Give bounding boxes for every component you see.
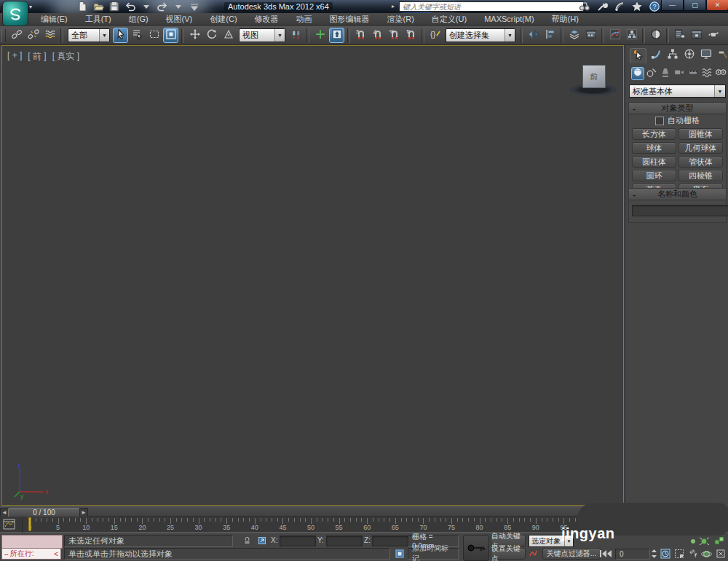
object-type-rollout-header[interactable]: - 对象类型 [629, 103, 726, 114]
render-setup-button[interactable] [672, 28, 687, 43]
app-menu-caret-icon[interactable]: ▾ [29, 4, 32, 10]
primitive-button-2-1[interactable]: 管状体 [678, 156, 723, 168]
unlink-selection-button[interactable] [25, 28, 41, 43]
coord-y-input[interactable] [326, 536, 363, 546]
wrench-icon[interactable] [596, 1, 608, 15]
maximize-viewport-toggle[interactable] [714, 548, 727, 560]
search-input[interactable] [399, 1, 584, 12]
viewport-menu-shading[interactable]: [ 真实 ] [52, 50, 79, 63]
zoom-button[interactable] [689, 536, 697, 547]
category-shapes[interactable] [645, 67, 658, 80]
star-icon[interactable] [631, 1, 643, 15]
go-to-start-button[interactable] [598, 548, 613, 560]
category-lights[interactable] [659, 67, 672, 80]
tab-display[interactable] [698, 48, 713, 63]
maximize-button[interactable]: ▢ [684, 0, 706, 11]
menu-item-6[interactable]: 动画 [288, 14, 321, 25]
save-file-icon[interactable] [108, 1, 121, 12]
add-time-tag[interactable]: 添加时间标记 [408, 548, 459, 560]
mini-curve-editor-icon[interactable] [3, 519, 15, 533]
dropdown-caret[interactable] [140, 1, 153, 12]
align-button[interactable] [542, 28, 558, 43]
coord-z-input[interactable] [372, 536, 408, 546]
coord-x-input[interactable] [280, 536, 316, 546]
autogrid-checkbox[interactable] [655, 117, 664, 125]
help-icon[interactable]: ? [649, 1, 660, 15]
minimize-button[interactable]: — [661, 0, 684, 11]
region-zoom-button[interactable] [673, 548, 685, 560]
tab-motion[interactable] [681, 48, 697, 63]
object-name-input[interactable] [632, 205, 728, 216]
selection-lock-toggle[interactable] [241, 535, 253, 546]
application-menu-button[interactable] [2, 1, 28, 26]
close-button[interactable]: ✕ [706, 0, 728, 11]
time-tag-toggle[interactable] [393, 548, 405, 560]
curve-editor-button[interactable] [607, 28, 622, 43]
select-and-manipulate-button[interactable] [312, 28, 328, 43]
track-bar-ruler[interactable]: 0510152025303540455055606570758085909510… [22, 517, 625, 533]
menu-item-1[interactable]: 工具(T) [76, 14, 120, 25]
viewport-front[interactable]: [ + ] [ 前 ] [ 真实 ] 前 z x y [1, 45, 624, 506]
primitive-button-2-0[interactable]: 圆柱体 [632, 156, 676, 168]
menu-item-0[interactable]: 编辑(E) [32, 14, 76, 25]
menu-item-10[interactable]: MAXScript(M) [475, 15, 542, 23]
current-frame-field[interactable]: 0 [615, 549, 650, 560]
menu-item-2[interactable]: 组(G) [120, 14, 157, 25]
menu-item-3[interactable]: 视图(V) [157, 14, 202, 25]
category-helpers[interactable] [687, 67, 700, 80]
bind-to-space-warp-button[interactable] [42, 28, 58, 43]
select-and-move-button[interactable] [187, 28, 202, 43]
category-cameras[interactable] [673, 67, 686, 80]
key-filters-button[interactable]: 关键点过滤器... [542, 548, 601, 560]
open-file-icon[interactable] [92, 1, 105, 12]
current-frame-marker[interactable] [28, 517, 31, 531]
edit-named-selection-sets-button[interactable]: {} [427, 28, 443, 43]
selection-filter-dropdown[interactable]: 全部▼ [68, 28, 110, 42]
layer-manager-button[interactable] [566, 28, 582, 43]
menu-item-5[interactable]: 修改器 [246, 14, 288, 25]
mirror-button[interactable] [526, 28, 541, 43]
orbit-button[interactable] [700, 548, 713, 560]
key-mode-curve-icon[interactable] [529, 548, 540, 560]
frame-spinner[interactable] [650, 548, 657, 560]
material-editor-button[interactable] [648, 28, 663, 43]
collapse-icon[interactable]: - [629, 104, 639, 113]
menu-item-9[interactable]: 自定义(U) [423, 14, 475, 25]
search-flyout-icon[interactable]: ▸ [392, 3, 395, 9]
primitive-category-dropdown[interactable]: 标准基本体 ▼ [629, 85, 726, 98]
category-geometry[interactable] [631, 67, 644, 80]
primitive-button-3-1[interactable]: 四棱锥 [678, 170, 723, 181]
reference-coordinate-dropdown[interactable]: 视图▼ [239, 28, 285, 42]
graphite-ribbon-toggle-button[interactable] [583, 28, 598, 43]
pan-hand-button[interactable] [687, 548, 699, 560]
time-configuration-button[interactable] [659, 548, 671, 560]
primitive-button-1-1[interactable]: 几何球体 [678, 142, 723, 154]
category-space-warps[interactable] [700, 67, 713, 80]
dropdown-arrow-icon[interactable]: ▼ [714, 85, 725, 97]
redo-icon[interactable] [156, 1, 169, 12]
viewcube[interactable]: 前 [570, 63, 618, 98]
select-and-rotate-button[interactable] [204, 28, 219, 43]
percent-snap-toggle-button[interactable]: % [387, 28, 402, 43]
keyboard-shortcut-override-button[interactable] [329, 28, 344, 43]
dropdown-arrow-icon[interactable]: ▼ [99, 29, 109, 42]
viewport-menu-pov[interactable]: [ 前 ] [28, 50, 46, 63]
track-bar[interactable]: 0510152025303540455055606570758085909510… [0, 517, 625, 533]
tab-hierarchy[interactable] [665, 48, 680, 63]
set-key-button[interactable]: 设置关键点 [491, 548, 526, 560]
name-color-rollout-header[interactable]: - 名称和颜色 [629, 189, 726, 200]
rect-selection-region-button[interactable] [146, 28, 162, 43]
dropdown-arrow-icon[interactable]: ▼ [505, 29, 515, 42]
tab-modify[interactable] [648, 48, 663, 63]
select-by-name-button[interactable] [130, 28, 145, 43]
dropdown-arrow-icon[interactable]: ▼ [274, 29, 285, 42]
dropdown-caret[interactable] [172, 1, 185, 12]
spinner-snap-toggle-button[interactable]: ⇅ [403, 28, 419, 43]
menu-item-7[interactable]: 图形编辑器 [321, 14, 379, 25]
named-selection-dropdown[interactable]: 创建选择集▼ [446, 28, 515, 42]
menu-item-4[interactable]: 创建(C) [201, 14, 245, 25]
use-pivot-point-center-button[interactable] [288, 28, 304, 43]
toolbar-flyout-caret[interactable] [188, 1, 201, 12]
menu-item-8[interactable]: 渲染(R) [379, 14, 423, 25]
render-production-button[interactable] [705, 28, 721, 43]
